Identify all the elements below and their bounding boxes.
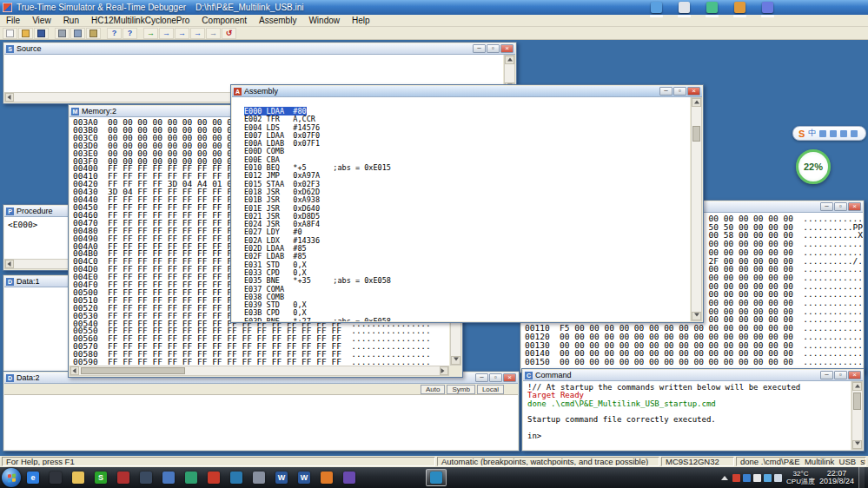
minimize-button[interactable] <box>475 373 488 382</box>
close-button[interactable] <box>503 373 516 382</box>
desktop-shortcut-3[interactable] <box>704 2 719 17</box>
desktop-shortcut-2[interactable] <box>676 2 692 17</box>
menu-file[interactable]: File <box>0 15 26 26</box>
tray-icon-network[interactable] <box>764 474 772 482</box>
scroll-thumb[interactable] <box>853 392 861 410</box>
menu-help[interactable]: Help <box>346 15 376 26</box>
taskbar-icon-tool-green[interactable] <box>181 469 202 486</box>
command-content[interactable]: !// At startup the commands written belo… <box>523 381 851 450</box>
taskbar-icon-ide[interactable] <box>136 469 156 486</box>
taskbar-icon-sogou[interactable]: S <box>90 469 111 486</box>
scroll-thumb[interactable] <box>81 367 185 374</box>
speed-ball[interactable]: 22% <box>796 149 831 184</box>
scroll-up-icon[interactable] <box>505 56 514 64</box>
desktop-shortcut-4[interactable] <box>732 2 747 17</box>
taskbar-icon-folder[interactable] <box>68 469 89 486</box>
close-button[interactable] <box>687 87 700 96</box>
taskbar-icon-winword[interactable]: W <box>271 469 292 486</box>
run-button[interactable]: → <box>143 28 158 39</box>
command-vscrollbar[interactable] <box>851 381 863 450</box>
assembly-line[interactable]: E035 BNE *+35 ;abs = 0xE058 <box>244 277 690 285</box>
data-mode-auto[interactable]: Auto <box>421 385 445 394</box>
context-help-button[interactable]: ? <box>123 28 137 39</box>
taskbar-icon-tool-purple[interactable] <box>339 469 360 486</box>
memory2-hscrollbar[interactable] <box>70 366 449 376</box>
menu-window[interactable]: Window <box>302 15 346 26</box>
close-button[interactable] <box>848 371 861 379</box>
taskbar-icon-360[interactable] <box>203 469 224 486</box>
desktop-shortcut-5[interactable] <box>759 2 775 17</box>
taskbar-icon-chrome[interactable] <box>316 469 337 486</box>
tray-icon-security[interactable] <box>732 474 740 482</box>
sogou-logo-icon[interactable]: S <box>798 129 805 139</box>
taskbar-icon-computer[interactable] <box>45 469 66 486</box>
tray-expand-icon[interactable] <box>721 476 728 480</box>
scroll-up-icon[interactable] <box>692 98 701 107</box>
menu-view[interactable]: View <box>26 15 57 26</box>
maximize-button[interactable] <box>487 44 500 53</box>
scroll-thumb[interactable] <box>692 126 700 142</box>
assembly-line[interactable]: E037 COMA <box>244 286 690 293</box>
scroll-left-icon[interactable] <box>5 260 14 268</box>
scroll-down-icon[interactable] <box>451 356 461 365</box>
scroll-right-icon[interactable] <box>440 366 448 375</box>
scroll-down-icon[interactable] <box>692 312 701 320</box>
scroll-up-icon[interactable] <box>852 382 862 391</box>
assembly-line[interactable]: E024 JSR 0xA8F4 <box>244 221 690 228</box>
cut-button[interactable] <box>55 28 70 39</box>
taskbar-icon-tool-teal[interactable] <box>226 469 247 486</box>
taskbar-icon-winword-2[interactable]: W <box>294 469 315 486</box>
memory-row[interactable]: 00590 FF FF FF FF FF FF FF FF FF FF FF F… <box>73 359 449 366</box>
source-titlebar[interactable]: S Source <box>4 43 515 55</box>
desktop-shortcut-1[interactable] <box>648 2 664 17</box>
maximize-button[interactable] <box>834 371 847 379</box>
minimize-button[interactable] <box>820 202 833 211</box>
scroll-left-icon[interactable] <box>70 366 79 375</box>
ime-mic-icon[interactable] <box>830 130 837 137</box>
copy-button[interactable] <box>70 28 85 39</box>
start-button[interactable] <box>2 468 21 487</box>
taskbar-icon-pdf[interactable] <box>113 469 134 486</box>
scroll-down-icon[interactable] <box>852 440 862 449</box>
tray-icon-ime[interactable] <box>753 474 761 482</box>
menu-run[interactable]: Run <box>57 15 85 26</box>
paste-button[interactable] <box>86 28 101 39</box>
menu-hc12multilinkcyclonepro[interactable]: HC12MultilinkCyclonePro <box>85 15 195 26</box>
open-button[interactable] <box>18 28 33 39</box>
minimize-button[interactable] <box>820 371 833 379</box>
ime-keyboard-icon[interactable] <box>840 130 847 137</box>
step-over-button[interactable]: → <box>175 28 189 39</box>
assembly-vscrollbar[interactable] <box>691 97 702 321</box>
assembly-line[interactable]: E03D BNE *+27 ;abs = 0xE058 <box>244 318 690 321</box>
taskbar-icon-tool-gray[interactable] <box>248 469 269 486</box>
new-button[interactable] <box>3 28 17 39</box>
step-out-button[interactable]: → <box>190 28 205 39</box>
menu-assembly[interactable]: Assembly <box>253 15 302 26</box>
tray-temperature[interactable]: 32°C CPU温度 <box>786 470 815 485</box>
assembly-line[interactable]: E02D LDAA #85 <box>244 245 690 253</box>
assembly-titlebar[interactable]: A Assembly <box>232 86 702 97</box>
close-button[interactable] <box>500 44 514 53</box>
taskbar-clock[interactable]: 22:07 2019/8/24 <box>819 470 854 485</box>
reset-button[interactable]: ↺ <box>222 28 236 39</box>
ime-toolbox-icon[interactable] <box>851 130 858 137</box>
command-titlebar[interactable]: C Command <box>523 370 863 381</box>
maximize-button[interactable] <box>834 202 847 211</box>
data2-content[interactable] <box>4 395 518 450</box>
close-button[interactable] <box>848 202 861 211</box>
taskbar-icon-tool-blue[interactable] <box>158 469 179 486</box>
minimize-button[interactable] <box>659 87 673 96</box>
scroll-left-icon[interactable] <box>5 93 14 102</box>
maximize-button[interactable] <box>673 87 686 96</box>
data-mode-local[interactable]: Local <box>477 385 504 394</box>
show-desktop-button[interactable] <box>858 467 865 488</box>
tray-icon-volume[interactable] <box>774 474 782 482</box>
ime-language-indicator[interactable]: 中 <box>808 128 816 139</box>
assembly-line[interactable]: E038 COMB <box>244 293 690 301</box>
taskbar-icon-debugger[interactable] <box>426 469 447 486</box>
assembly-content[interactable]: E000 LDAA #80E002 TFR A,CCRE004 LDS #145… <box>232 97 690 321</box>
ime-pen-icon[interactable] <box>819 130 826 137</box>
tray-icon-pc-manager[interactable] <box>743 474 751 482</box>
assembly-line[interactable]: E00D COMB <box>244 148 690 155</box>
assembly-line[interactable]: E031 STD 0,X <box>244 261 690 269</box>
